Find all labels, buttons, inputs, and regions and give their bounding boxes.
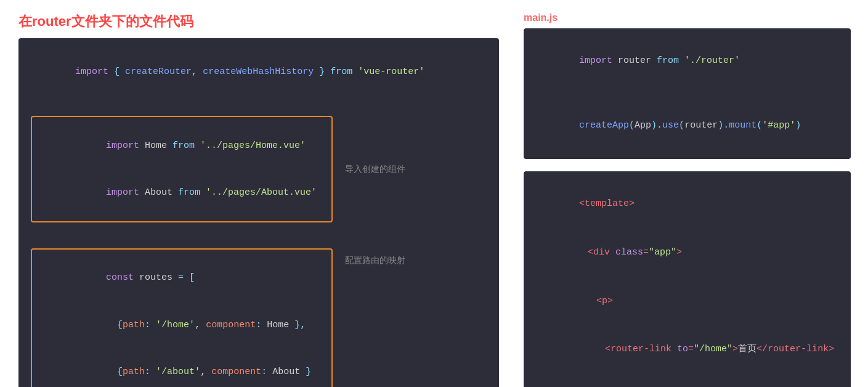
tmpl-line-3: <p> xyxy=(535,277,840,325)
import-about-line: import About from '../pages/About.vue' xyxy=(39,169,324,217)
page-layout: 在router文件夹下的文件代码 import { createRouter, … xyxy=(18,12,850,387)
code-line-1: import { createRouter, createWebHashHist… xyxy=(31,48,487,96)
import-section: import Home from '../pages/Home.vue' imp… xyxy=(31,116,487,222)
tmpl-line-1: <template> xyxy=(535,180,840,229)
routes-code-box: const routes = [ {path: '/home', compone… xyxy=(31,248,333,388)
left-panel: 在router文件夹下的文件代码 import { createRouter, … xyxy=(18,12,499,387)
routes-line-2: {path: '/home', component: Home }, xyxy=(39,301,324,349)
tmpl-line-5: <router-link to="/about">关于</router-link… xyxy=(535,374,840,387)
mainjs-label: main.js xyxy=(524,12,851,23)
import-home-line: import Home from '../pages/Home.vue' xyxy=(39,122,324,169)
routes-line-1: const routes = [ xyxy=(39,255,324,302)
tmpl-line-4: <router-link to="/home">首页</router-link> xyxy=(535,325,840,374)
routes-section: const routes = [ {path: '/home', compone… xyxy=(31,248,487,388)
mainjs-line-1: import router from './router' xyxy=(535,37,840,86)
appvue-code-block: <template> <div class="app"> <p> <router… xyxy=(524,171,851,387)
import-annotation: 导入创建的组件 xyxy=(345,162,405,177)
routes-annotation: 配置路由的映射 xyxy=(345,253,405,268)
page-title: 在router文件夹下的文件代码 xyxy=(18,12,499,31)
import-code-box: import Home from '../pages/Home.vue' imp… xyxy=(31,116,333,222)
mainjs-code-block: import router from './router' createApp(… xyxy=(524,28,851,159)
right-panel: main.js import router from './router' cr… xyxy=(524,12,851,387)
mainjs-line-2: createApp(App).use(router).mount('#app') xyxy=(535,102,840,150)
routes-line-3: {path: '/about', component: About } xyxy=(39,349,324,388)
tmpl-line-2: <div class="app"> xyxy=(535,229,840,277)
router-code-block: import { createRouter, createWebHashHist… xyxy=(18,38,499,387)
